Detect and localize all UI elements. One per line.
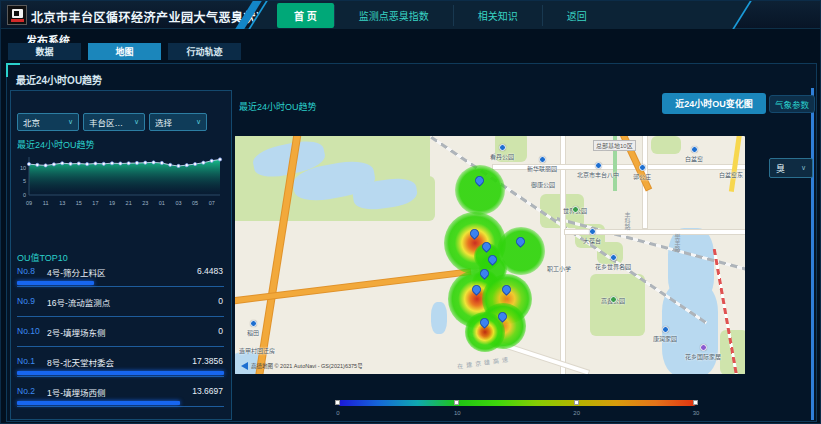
svg-text:0: 0 [23, 192, 26, 198]
ou-list-item-4[interactable]: No.21号-填埋场西侧13.6697 [17, 383, 225, 413]
svg-text:13: 13 [59, 200, 65, 206]
station-icon [610, 254, 617, 261]
heat-blob [455, 165, 505, 215]
svg-text:21: 21 [126, 200, 132, 206]
district-select[interactable]: 丰台区循环经济产∨ [83, 113, 145, 131]
ou-list-item-2[interactable]: No.102号-填埋场东侧0 [17, 323, 225, 353]
publish-tab-2[interactable]: 行动轨迹 [168, 43, 241, 60]
main-panel: 最近24小时OU趋势 北京∨ 丰台区循环经济产∨ 选择∨ 最近24小时OU趋势 … [6, 63, 817, 422]
legend-tick-label: 10 [454, 410, 461, 416]
legend-marker [335, 400, 340, 405]
map-place-label: 白盆窑 [685, 146, 703, 163]
legend-tick-label: 30 [693, 410, 700, 416]
publish-tabs: 数据地图行动轨迹 [8, 43, 241, 60]
map-water-shape [431, 302, 447, 334]
map-place-label: 总部基地10区 [593, 140, 636, 151]
app-window: 北京市丰台区循环经济产业园大气恶臭状况实时 首 页监测点恶臭指数相关知识返回 发… [0, 0, 821, 424]
svg-text:23: 23 [142, 200, 148, 206]
legend-marker [574, 400, 579, 405]
map-park-shape [590, 274, 645, 336]
svg-text:19: 19 [109, 200, 115, 206]
map-place-label: 康润家园 [653, 326, 677, 343]
metro-icon [691, 146, 698, 153]
header-bar: 北京市丰台区循环经济产业园大气恶臭状况实时 首 页监测点恶臭指数相关知识返回 [1, 1, 821, 29]
map-place-label: 职工小学 [547, 264, 571, 273]
chevron-down-icon: ∨ [134, 118, 139, 126]
ou-list-item-0[interactable]: No.84号-筛分上料区6.4483 [17, 263, 225, 293]
ou-list-item-3[interactable]: No.18号-北天堂村委会17.3856 [17, 353, 225, 383]
chevron-down-icon: ∨ [68, 118, 73, 126]
ou-bar [17, 341, 224, 347]
chevron-down-icon: ∨ [196, 118, 201, 126]
map-place-label: 看丹公园 [490, 144, 514, 161]
station-select[interactable]: 选择∨ [149, 113, 207, 131]
station-icon [539, 156, 546, 163]
svg-text:15: 15 [76, 200, 82, 206]
svg-text:10: 10 [20, 165, 26, 171]
svg-text:11: 11 [43, 200, 49, 206]
svg-text:05: 05 [192, 200, 198, 206]
map-place-label: 御康公园 [531, 180, 555, 189]
svg-text:5: 5 [23, 178, 26, 184]
map-place-label: 北京市丰台八中 [577, 162, 619, 179]
park-icon [610, 296, 617, 303]
mall-icon [700, 344, 707, 351]
panel-edge-line [811, 88, 814, 420]
map-place-label: 花乡世界名园 [595, 254, 631, 271]
station-icon [662, 326, 669, 333]
svg-text:01: 01 [159, 200, 165, 206]
map-place-label: 白盆窑东 [719, 170, 743, 179]
svg-text:03: 03 [175, 200, 181, 206]
map-place-label: 造甲村回迁房 [239, 346, 275, 355]
nav-item-0[interactable]: 首 页 [277, 3, 334, 28]
map-place-label: 高鑫公园 [601, 296, 625, 305]
svg-text:17: 17 [92, 200, 98, 206]
main-panel-title: 最近24小时OU趋势 [16, 72, 102, 87]
map-unit-dropdown[interactable]: 臭 ∨ [769, 158, 813, 178]
svg-text:09: 09 [26, 200, 32, 206]
autonavi-logo-icon [241, 362, 248, 370]
map-place-label: 丰科路 [623, 212, 632, 230]
trend-chart-title: 最近24小时OU趋势 [17, 138, 95, 151]
metro-icon [639, 164, 646, 171]
legend-marker [693, 400, 698, 405]
school-icon [595, 162, 602, 169]
station-icon [499, 144, 506, 151]
ou-trend-chart: 0510091113151719212301030507 [15, 151, 227, 213]
map-place-label: 世界公园 [563, 206, 587, 215]
publish-tab-1[interactable]: 地图 [88, 43, 161, 60]
map-panel-subtitle: 最近24小时OU趋势 [239, 100, 317, 113]
ou-change-map-button[interactable]: 近24小时OU变化图 [662, 93, 766, 114]
heat-legend: 0102030 [338, 400, 696, 416]
park-icon [572, 206, 579, 213]
heat-map[interactable]: 在建京雄高速 看丹公园总部基地10区新华联丽园御康公园北京市丰台八中郭公庄白盆窑… [235, 136, 745, 374]
map-park-shape [651, 136, 681, 154]
map-place-label: 郭公庄 [633, 164, 651, 181]
metro-icon [589, 228, 596, 235]
nav-item-1[interactable]: 监测点恶臭指数 [334, 5, 453, 26]
weather-params-button[interactable]: 气象参数 [769, 95, 815, 113]
legend-gradient-bar [338, 400, 696, 406]
map-place-label: 稻田 [247, 320, 259, 337]
publish-tab-0[interactable]: 数据 [8, 43, 81, 60]
nav-item-3[interactable]: 返回 [542, 5, 611, 26]
map-place-label: 樊羊路 [673, 234, 682, 252]
top-nav: 首 页监测点恶臭指数相关知识返回 [257, 1, 743, 29]
map-place-label: 花乡国际家居 [685, 344, 721, 361]
map-place-label: 大葆台 [583, 228, 601, 245]
svg-text:07: 07 [209, 200, 215, 206]
nav-item-2[interactable]: 相关知识 [453, 5, 542, 26]
map-road [561, 136, 565, 374]
road-watermark-label: 在建京雄高速 [457, 354, 512, 370]
ou-bar [17, 311, 224, 317]
ou-top-list: No.84号-筛分上料区6.4483No.916号-流动监测点0No.102号-… [17, 263, 225, 413]
legend-tick-label: 0 [336, 410, 339, 416]
legend-marker [454, 400, 459, 405]
map-attribution: 高德地图 © 2021 AutoNavi - GS(2021)6375号 [241, 362, 363, 370]
metro-icon [250, 320, 257, 327]
ou-list-item-1[interactable]: No.916号-流动监测点0 [17, 293, 225, 323]
left-panel: 北京∨ 丰台区循环经济产∨ 选择∨ 最近24小时OU趋势 05100911131… [10, 90, 232, 420]
city-select[interactable]: 北京∨ [17, 113, 79, 131]
chevron-down-icon: ∨ [801, 164, 806, 172]
ou-bar [17, 281, 224, 287]
